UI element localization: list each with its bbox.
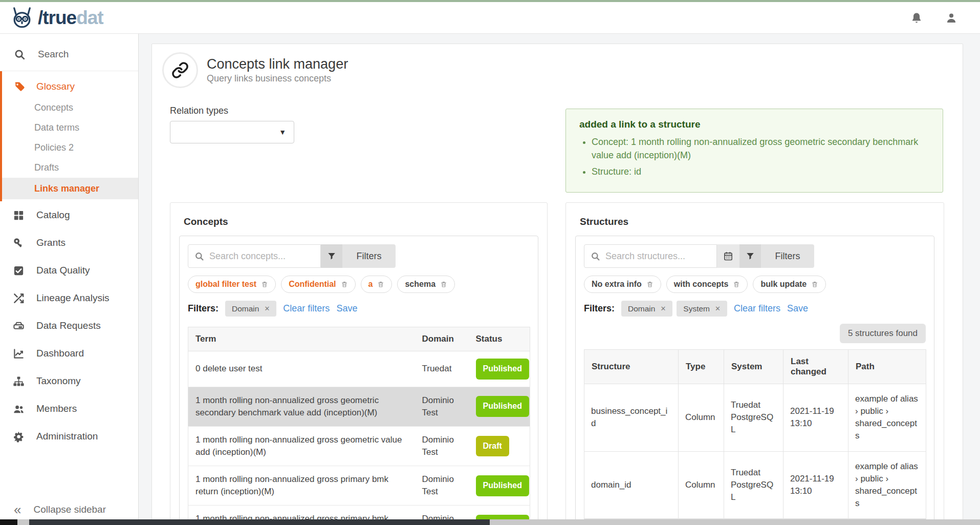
scrollbar-left-cap — [0, 519, 17, 525]
trash-icon[interactable] — [440, 281, 447, 288]
concept-row[interactable]: 1 month rolling non-annualized gross pri… — [188, 466, 530, 506]
funnel-icon — [746, 251, 755, 261]
wordmark-primary: /true — [38, 7, 76, 28]
sidebar-item-catalog[interactable]: Catalog — [0, 201, 138, 229]
sidebar-item-administration[interactable]: Administration — [0, 423, 138, 450]
filters-label: Filters: — [188, 303, 219, 314]
page-title: Concepts link manager — [207, 56, 348, 72]
sidebar-item-dashboard[interactable]: Dashboard — [0, 340, 138, 367]
active-filter-pill[interactable]: Domain✕ — [621, 301, 672, 317]
sidebar-item-label: Data Quality — [36, 265, 90, 276]
filter-chip[interactable]: global filter test — [188, 276, 276, 293]
structures-active-filters-row: Filters: Domain✕ System✕ Clear filters S… — [584, 301, 926, 317]
filter-chip[interactable]: with concepts — [666, 276, 748, 293]
structure-cell: business_concept_id — [584, 384, 679, 452]
active-filter-pill[interactable]: System✕ — [677, 301, 727, 317]
glossary-section: Glossary Concepts Data terms Policies 2 … — [0, 71, 138, 201]
sidebar-item-concepts[interactable]: Concepts — [2, 98, 138, 118]
concepts-search-input[interactable] — [209, 251, 314, 262]
sidebar-item-lineage[interactable]: Lineage Analysis — [0, 284, 138, 312]
sidebar-item-links-manager[interactable]: Links manager — [2, 178, 138, 199]
sidebar-item-data-terms[interactable]: Data terms — [2, 118, 138, 138]
sidebar-item-policies[interactable]: Policies 2 — [2, 138, 138, 158]
structures-filters-button[interactable]: Filters — [761, 244, 814, 268]
clear-filters-link[interactable]: Clear filters — [734, 303, 780, 314]
filter-chip-label: bulk update — [760, 280, 807, 289]
scrollbar-thumb[interactable] — [29, 519, 490, 525]
system-cell: Truedat PostgreSQL — [724, 451, 783, 519]
sidebar-item-members[interactable]: Members — [0, 395, 138, 423]
relation-types-select[interactable]: ▼ — [170, 121, 294, 143]
structures-filter-icon-button[interactable] — [739, 244, 761, 268]
structures-search-input[interactable] — [605, 251, 710, 262]
alert-item: Concept: 1 month rolling non-annualized … — [592, 136, 929, 162]
check-square-icon — [13, 265, 25, 277]
trash-icon[interactable] — [733, 281, 740, 288]
filter-chip-label: global filter test — [195, 280, 256, 289]
active-filter-label: Domain — [232, 304, 259, 313]
filter-chip-label: No extra info — [592, 280, 642, 289]
trash-icon[interactable] — [261, 281, 268, 288]
sidebar-item-glossary[interactable]: Glossary — [2, 75, 138, 98]
status-cell: Published — [469, 351, 530, 387]
user-menu-icon[interactable] — [945, 12, 957, 24]
active-filter-pill[interactable]: Domain✕ — [225, 301, 276, 317]
owl-logo-icon — [10, 7, 34, 29]
concept-row[interactable]: 0 delete user test Truedat Published — [188, 351, 530, 387]
sidebar-item-label: Catalog — [36, 209, 70, 221]
concept-row[interactable]: 1 month rolling non-annualized gross geo… — [188, 387, 530, 426]
relation-types-block: Relation types ▼ — [170, 106, 294, 143]
status-badge: Published — [476, 475, 529, 496]
domain-cell: Dominio Test — [415, 466, 469, 506]
trash-icon[interactable] — [646, 281, 654, 288]
concepts-filter-icon-button[interactable] — [321, 244, 342, 268]
sidebar-subitem-label: Links manager — [34, 183, 99, 194]
relation-types-label: Relation types — [170, 106, 294, 116]
filter-chip[interactable]: Confidential — [281, 276, 355, 293]
sidebar-item-data-quality[interactable]: Data Quality — [0, 257, 138, 284]
remove-filter-icon[interactable]: ✕ — [660, 305, 666, 312]
term-cell: 1 month rolling non-annualized gross geo… — [188, 426, 415, 466]
concepts-filters-button[interactable]: Filters — [342, 244, 396, 268]
sitemap-icon — [13, 375, 25, 387]
filter-chip[interactable]: bulk update — [753, 276, 826, 293]
concepts-search-group: Filters — [188, 244, 530, 268]
column-header-type: Type — [679, 350, 724, 384]
concept-row[interactable]: 1 month rolling non-annualized gross geo… — [188, 426, 530, 466]
structure-row[interactable]: business_concept_id Column Truedat Postg… — [584, 384, 926, 452]
sidebar-item-data-requests[interactable]: Data Requests — [0, 312, 138, 340]
filter-chip[interactable]: a — [361, 276, 393, 293]
structure-row[interactable]: domain_id Column Truedat PostgreSQL 2021… — [584, 451, 926, 519]
sidebar-item-search[interactable]: Search — [0, 38, 138, 71]
structures-calendar-button[interactable] — [717, 244, 739, 268]
sidebar-item-label: Lineage Analysis — [36, 292, 110, 304]
save-filters-link[interactable]: Save — [336, 303, 357, 314]
remove-filter-icon[interactable]: ✕ — [715, 305, 721, 312]
clear-filters-link[interactable]: Clear filters — [283, 303, 330, 314]
remove-filter-icon[interactable]: ✕ — [264, 305, 270, 312]
main-content-card: Concepts link manager Query links busine… — [151, 44, 963, 525]
sidebar-subitem-label: Drafts — [34, 162, 59, 173]
trash-icon[interactable] — [811, 281, 818, 288]
sidebar-subitem-label: Policies 2 — [34, 142, 74, 153]
sidebar-item-taxonomy[interactable]: Taxonomy — [0, 367, 138, 395]
trash-icon[interactable] — [377, 281, 384, 288]
horizontal-scrollbar[interactable] — [0, 519, 980, 525]
filter-chip[interactable]: No extra info — [584, 276, 661, 293]
sidebar-item-grants[interactable]: Grants — [0, 229, 138, 257]
structures-search-group: Filters — [584, 244, 926, 268]
structures-chips-row: No extra info with concepts bulk update — [584, 276, 926, 293]
term-cell: 0 delete user test — [188, 351, 415, 387]
filter-chip-label: schema — [405, 280, 435, 289]
save-filters-link[interactable]: Save — [787, 303, 808, 314]
filter-chip[interactable]: schema — [397, 276, 455, 293]
term-cell: 1 month rolling non-annualized gross pri… — [188, 466, 415, 506]
sidebar-item-drafts[interactable]: Drafts — [2, 158, 138, 178]
notifications-bell-icon[interactable] — [910, 12, 923, 24]
funnel-icon — [327, 251, 336, 261]
truedat-logo[interactable]: /truedat — [10, 7, 103, 29]
column-header-status: Status — [469, 327, 530, 351]
trash-icon[interactable] — [341, 281, 348, 288]
collapse-sidebar-button[interactable]: « Collapse sidebar — [0, 498, 138, 521]
header-actions — [910, 12, 970, 24]
